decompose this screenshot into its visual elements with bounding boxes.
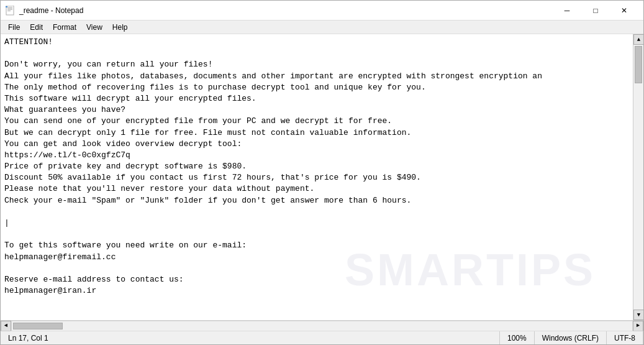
scroll-right-button[interactable]: ►: [633, 321, 643, 331]
scroll-up-button[interactable]: ▲: [633, 34, 643, 45]
svg-rect-1: [7, 7, 12, 7]
menu-help[interactable]: Help: [107, 22, 133, 33]
status-position: Ln 17, Col 1: [1, 331, 500, 344]
menu-view[interactable]: View: [81, 22, 107, 33]
status-bar: Ln 17, Col 1 100% Windows (CRLF) UTF-8: [1, 331, 643, 344]
bottom-bar: ◄ ► Ln 17, Col 1 100% Windows (CRLF) UTF…: [1, 320, 643, 344]
maximize-button[interactable]: □: [581, 1, 610, 21]
scroll-track-h[interactable]: [11, 321, 633, 331]
horizontal-scrollbar[interactable]: ◄ ►: [1, 320, 643, 331]
svg-rect-5: [6, 6, 7, 7]
scroll-down-button[interactable]: ▼: [633, 310, 643, 320]
menu-edit[interactable]: Edit: [25, 22, 48, 33]
scroll-thumb-v[interactable]: [635, 46, 642, 83]
status-zoom: 100%: [500, 331, 535, 344]
svg-rect-3: [7, 9, 12, 10]
svg-rect-2: [7, 8, 12, 9]
window-title: _readme - Notepad: [19, 6, 553, 15]
notepad-text[interactable]: ATTENTION! Don't worry, you can return a…: [1, 34, 633, 299]
menu-format[interactable]: Format: [48, 22, 81, 33]
menu-file[interactable]: File: [3, 22, 25, 33]
status-line-ending: Windows (CRLF): [535, 331, 607, 344]
scroll-left-button[interactable]: ◄: [1, 321, 11, 331]
status-encoding: UTF-8: [607, 331, 643, 344]
scroll-thumb-h[interactable]: [13, 323, 63, 329]
text-area-wrapper[interactable]: SMARTIPS ATTENTION! Don't worry, you can…: [1, 34, 633, 320]
text-area-container: SMARTIPS ATTENTION! Don't worry, you can…: [1, 34, 643, 320]
vertical-scrollbar[interactable]: ▲ ▼: [633, 34, 643, 320]
app-icon: [6, 6, 16, 16]
close-button[interactable]: ✕: [610, 1, 638, 21]
title-bar: _readme - Notepad ─ □ ✕: [1, 1, 643, 21]
menu-bar: File Edit Format View Help: [1, 21, 643, 34]
svg-rect-4: [7, 11, 11, 11]
minimize-button[interactable]: ─: [553, 1, 581, 21]
scroll-track-v[interactable]: [633, 45, 643, 310]
notepad-window: _readme - Notepad ─ □ ✕ File Edit Format…: [0, 0, 644, 345]
window-controls: ─ □ ✕: [553, 1, 638, 21]
